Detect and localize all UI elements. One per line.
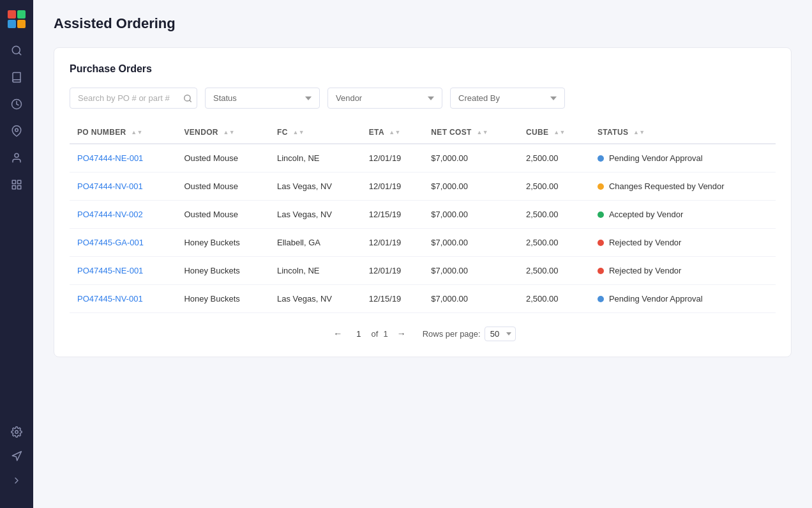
- cell-po-number: PO47444-NV-001: [70, 173, 176, 201]
- sort-arrows-status: ▲▼: [633, 130, 645, 135]
- rows-per-page-select[interactable]: 50: [485, 327, 516, 341]
- megaphone-icon[interactable]: [10, 449, 24, 463]
- status-label: Pending Vendor Approval: [609, 294, 703, 304]
- expand-sidebar-button[interactable]: [10, 473, 24, 488]
- cell-status: Accepted by Vendor: [590, 201, 776, 229]
- page-title: Assisted Ordering: [54, 15, 792, 32]
- rows-per-page-control: Rows per page: 50: [423, 327, 516, 341]
- col-header-net-cost[interactable]: NET COST ▲▼: [423, 121, 518, 144]
- cell-fc: Las Vegas, NV: [269, 285, 361, 313]
- settings-icon[interactable]: [10, 425, 24, 439]
- col-header-vendor[interactable]: VENDOR ▲▼: [176, 121, 269, 144]
- cell-fc: Lincoln, NE: [269, 257, 361, 285]
- table-row: PO47444-NV-002 Ousted Mouse Las Vegas, N…: [70, 201, 776, 229]
- po-number-link[interactable]: PO47445-GA-001: [77, 238, 144, 247]
- cell-status: Pending Vendor Approval: [590, 144, 776, 173]
- cell-eta: 12/01/19: [361, 144, 424, 173]
- col-header-eta[interactable]: ETA ▲▼: [361, 121, 424, 144]
- cell-fc: Las Vegas, NV: [269, 173, 361, 201]
- cell-net-cost: $7,000.00: [423, 144, 518, 173]
- current-page: 1: [351, 328, 366, 340]
- location-icon[interactable]: [10, 124, 24, 138]
- sidebar-bottom: [10, 425, 24, 498]
- cell-vendor: Honey Buckets: [176, 229, 269, 257]
- status-dot: [598, 155, 604, 162]
- po-number-link[interactable]: PO47444-NV-002: [77, 210, 143, 219]
- total-pages: 1: [383, 329, 387, 339]
- sort-arrows-fc: ▲▼: [292, 130, 304, 135]
- svg-line-5: [19, 52, 20, 54]
- table-row: PO47445-GA-001 Honey Buckets Ellabell, G…: [70, 229, 776, 257]
- cell-eta: 12/01/19: [361, 257, 424, 285]
- table-row: PO47444-NV-001 Ousted Mouse Las Vegas, N…: [70, 173, 776, 201]
- cell-vendor: Ousted Mouse: [176, 144, 269, 173]
- svg-rect-11: [18, 186, 21, 189]
- po-number-link[interactable]: PO47445-NV-001: [77, 294, 143, 304]
- person-icon[interactable]: [10, 151, 24, 165]
- status-dot: [598, 240, 604, 246]
- cell-net-cost: $7,000.00: [423, 201, 518, 229]
- svg-point-13: [15, 431, 19, 434]
- pagination: ← 1 of 1 → Rows per page: 50: [70, 326, 776, 341]
- cell-eta: 12/01/19: [361, 173, 424, 201]
- cell-status: Rejected by Vendor: [590, 229, 776, 257]
- purchase-orders-table: PO NUMBER ▲▼ VENDOR ▲▼ FC ▲▼ ETA: [70, 121, 776, 313]
- svg-rect-2: [8, 20, 16, 28]
- status-filter[interactable]: Status: [205, 88, 320, 109]
- cell-status: Changes Requested by Vendor: [590, 173, 776, 201]
- cell-vendor: Honey Buckets: [176, 257, 269, 285]
- search-button[interactable]: [183, 94, 192, 103]
- cell-po-number: PO47444-NV-002: [70, 201, 176, 229]
- app-logo[interactable]: [8, 10, 26, 28]
- purchase-orders-table-wrapper: PO NUMBER ▲▼ VENDOR ▲▼ FC ▲▼ ETA: [70, 121, 776, 313]
- search-input[interactable]: [70, 88, 197, 109]
- svg-rect-3: [17, 20, 26, 28]
- cell-cube: 2,500.00: [518, 229, 590, 257]
- next-page-button[interactable]: →: [393, 326, 410, 341]
- cell-po-number: PO47445-NV-001: [70, 285, 176, 313]
- col-header-po-number[interactable]: PO NUMBER ▲▼: [70, 121, 176, 144]
- book-icon[interactable]: [10, 70, 24, 84]
- po-number-link[interactable]: PO47445-NE-001: [77, 266, 143, 275]
- svg-line-15: [190, 100, 192, 102]
- sort-arrows-po: ▲▼: [131, 130, 143, 135]
- col-header-fc[interactable]: FC ▲▼: [269, 121, 361, 144]
- svg-rect-0: [8, 10, 16, 19]
- status-label: Accepted by Vendor: [609, 210, 683, 219]
- sort-arrows-net-cost: ▲▼: [477, 130, 489, 135]
- card-title: Purchase Orders: [70, 63, 776, 75]
- cell-cube: 2,500.00: [518, 173, 590, 201]
- vendor-filter[interactable]: Vendor: [327, 88, 442, 109]
- cell-cube: 2,500.00: [518, 285, 590, 313]
- prev-page-button[interactable]: ←: [329, 326, 346, 341]
- search-wrapper: [70, 88, 197, 109]
- col-header-status[interactable]: STATUS ▲▼: [590, 121, 776, 144]
- status-label: Rejected by Vendor: [609, 238, 681, 247]
- cell-fc: Lincoln, NE: [269, 144, 361, 173]
- cell-eta: 12/15/19: [361, 285, 424, 313]
- sort-arrows-vendor: ▲▼: [223, 130, 236, 135]
- grid-icon[interactable]: [10, 178, 24, 192]
- cell-cube: 2,500.00: [518, 257, 590, 285]
- svg-rect-9: [12, 180, 15, 183]
- table-body: PO47444-NE-001 Ousted Mouse Lincoln, NE …: [70, 144, 776, 313]
- cell-status: Pending Vendor Approval: [590, 285, 776, 313]
- cell-net-cost: $7,000.00: [423, 173, 518, 201]
- created-by-filter[interactable]: Created By: [450, 88, 565, 109]
- col-header-cube[interactable]: CUBE ▲▼: [518, 121, 590, 144]
- cell-po-number: PO47445-NE-001: [70, 257, 176, 285]
- cell-po-number: PO47445-GA-001: [70, 229, 176, 257]
- po-number-link[interactable]: PO47444-NE-001: [77, 153, 143, 163]
- cell-cube: 2,500.00: [518, 201, 590, 229]
- of-label: of: [372, 329, 379, 339]
- svg-point-7: [15, 128, 19, 132]
- main-content: Assisted Ordering Purchase Orders Status…: [33, 0, 812, 508]
- status-dot: [598, 212, 604, 218]
- status-dot: [598, 268, 604, 274]
- cell-fc: Ellabell, GA: [269, 229, 361, 257]
- po-number-link[interactable]: PO47444-NV-001: [77, 181, 143, 191]
- clock-icon[interactable]: [10, 97, 24, 111]
- rows-per-page-label: Rows per page:: [423, 329, 481, 339]
- cell-fc: Las Vegas, NV: [269, 201, 361, 229]
- search-icon[interactable]: [10, 43, 24, 58]
